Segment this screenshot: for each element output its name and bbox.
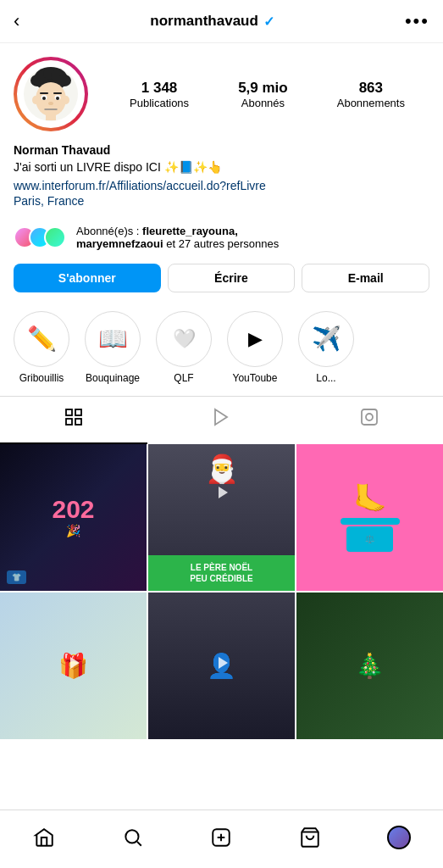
post-6[interactable]: 🎄 [296, 593, 443, 739]
svg-point-7 [36, 82, 66, 116]
bottom-nav [0, 810, 443, 868]
stats-row: 1 348 Publications 5,9 mio Abonnés 863 A… [105, 80, 429, 109]
svg-rect-20 [75, 409, 81, 415]
highlight-bouquinage[interactable]: 📖 Bouquinage [85, 311, 141, 384]
stat-following[interactable]: 863 Abonnements [337, 80, 405, 109]
avatar-illustration [20, 64, 81, 125]
highlights: ✏️ Gribouillis 📖 Bouquinage 🤍 QLF ▶ YouT… [0, 304, 443, 396]
profile-section: 1 348 Publications 5,9 mio Abonnés 863 A… [0, 43, 443, 131]
followers-preview[interactable]: Abonné(e)s : fleurette_rayouna, maryemne… [0, 216, 443, 259]
avatar-ring [14, 57, 88, 131]
svg-point-10 [42, 97, 46, 100]
nav-add[interactable] [202, 819, 240, 856]
svg-rect-21 [66, 419, 72, 425]
nav-home[interactable] [25, 819, 63, 856]
bio-location: Paris, France [14, 194, 429, 208]
action-buttons: S'abonner Écrire E-mail [0, 259, 443, 304]
bio-link[interactable]: www.interforum.fr/Affiliations/accueil.d… [14, 179, 429, 192]
stat-followers-number: 5,9 mio [238, 80, 288, 97]
bio-text: J'ai sorti un LIVRE dispo ICI ✨📘✨👆 [14, 159, 429, 176]
write-button[interactable]: Écrire [168, 264, 296, 292]
post-3[interactable]: 🦶 ⚖️ [296, 444, 443, 591]
highlight-label-qlf: QLF [174, 372, 193, 384]
svg-marker-28 [219, 657, 228, 669]
post-grid: 202 🎉 👕 🎅 LE PÈRE NOËLPEU CRÉDIBLE [0, 444, 443, 739]
avatar-inner [17, 60, 85, 128]
search-icon [122, 826, 144, 849]
highlight-youtoube[interactable]: ▶ YouToube [227, 311, 283, 384]
stat-following-number: 863 [359, 80, 383, 97]
tab-tagged[interactable] [296, 397, 443, 444]
username-text: normanthavaud [150, 13, 258, 30]
stat-followers-label: Abonnés [241, 97, 285, 109]
stat-following-label: Abonnements [337, 97, 405, 109]
highlight-lo[interactable]: ✈️ Lo... [298, 311, 354, 384]
svg-line-30 [137, 842, 141, 846]
back-button[interactable]: ‹ [14, 10, 19, 32]
highlight-gribouillis[interactable]: ✏️ Gribouillis [14, 311, 69, 384]
post-1[interactable]: 202 🎉 👕 [0, 444, 147, 591]
followers-note: Abonné(e)s : [76, 225, 142, 237]
svg-point-17 [63, 96, 69, 104]
svg-rect-19 [66, 409, 72, 415]
stat-publications[interactable]: 1 348 Publications [130, 80, 189, 109]
svg-point-14 [48, 102, 53, 105]
reels-icon [211, 407, 231, 432]
highlight-circle-bouquinage: 📖 [85, 311, 141, 367]
bio-full-name: Norman Thavaud [14, 143, 429, 157]
highlight-circle-qlf: 🤍 [156, 311, 212, 367]
subscribe-button[interactable]: S'abonner [14, 264, 161, 292]
shop-icon [299, 826, 321, 849]
highlight-circle-youtoube: ▶ [227, 311, 283, 367]
svg-point-29 [125, 830, 138, 843]
highlight-label-youtoube: YouToube [233, 372, 278, 384]
svg-marker-23 [215, 409, 227, 425]
followers-more: et 27 autres personnes [166, 237, 279, 250]
verified-badge: ✓ [263, 14, 274, 30]
header: ‹ normanthavaud ✓ ••• [0, 0, 443, 43]
nav-profile[interactable] [380, 819, 418, 856]
svg-rect-24 [362, 409, 377, 425]
post-4[interactable]: 🎁 [0, 593, 147, 739]
header-username-area: normanthavaud ✓ [150, 13, 274, 30]
more-button[interactable]: ••• [405, 10, 429, 32]
svg-point-6 [58, 75, 71, 86]
add-icon [210, 826, 232, 849]
profile-top: 1 348 Publications 5,9 mio Abonnés 863 A… [14, 57, 429, 131]
svg-point-16 [32, 96, 39, 104]
bio-section: Norman Thavaud J'ai sorti un LIVRE dispo… [0, 143, 443, 216]
svg-rect-22 [75, 419, 81, 425]
highlight-label-gribouillis: Gribouillis [19, 372, 64, 384]
svg-marker-26 [219, 487, 228, 498]
tabs [0, 396, 443, 444]
stat-followers[interactable]: 5,9 mio Abonnés [238, 80, 288, 109]
highlight-circle-gribouillis: ✏️ [14, 311, 69, 367]
svg-point-11 [56, 97, 59, 100]
follower-avatars [14, 226, 59, 248]
tab-grid[interactable] [0, 397, 147, 444]
profile-avatar-thumb [387, 826, 411, 849]
tagged-icon [359, 407, 379, 432]
highlight-label-lo: Lo... [316, 372, 335, 384]
stat-publications-label: Publications [130, 97, 189, 109]
svg-rect-18 [46, 114, 56, 120]
svg-marker-27 [70, 657, 80, 669]
post-2[interactable]: 🎅 LE PÈRE NOËLPEU CRÉDIBLE [148, 444, 295, 591]
post-5[interactable]: 👤 [148, 593, 295, 739]
email-button[interactable]: E-mail [302, 264, 429, 292]
tab-reels[interactable] [147, 397, 295, 444]
nav-shop[interactable] [291, 819, 329, 856]
avatar[interactable] [14, 57, 88, 131]
followers-name1: fleurette_rayouna, [142, 225, 238, 237]
highlight-qlf[interactable]: 🤍 QLF [156, 311, 212, 384]
stat-publications-number: 1 348 [141, 80, 178, 97]
grid-icon [64, 407, 84, 432]
nav-search[interactable] [114, 819, 152, 856]
highlight-label-bouquinage: Bouquinage [86, 372, 140, 384]
svg-point-25 [366, 414, 373, 420]
followers-text: Abonné(e)s : fleurette_rayouna, maryemne… [76, 225, 279, 250]
home-icon [33, 826, 55, 849]
highlight-circle-lo: ✈️ [298, 311, 354, 367]
followers-name2: maryemnefzaoui [76, 237, 163, 250]
follower-avatar-3 [44, 226, 66, 248]
